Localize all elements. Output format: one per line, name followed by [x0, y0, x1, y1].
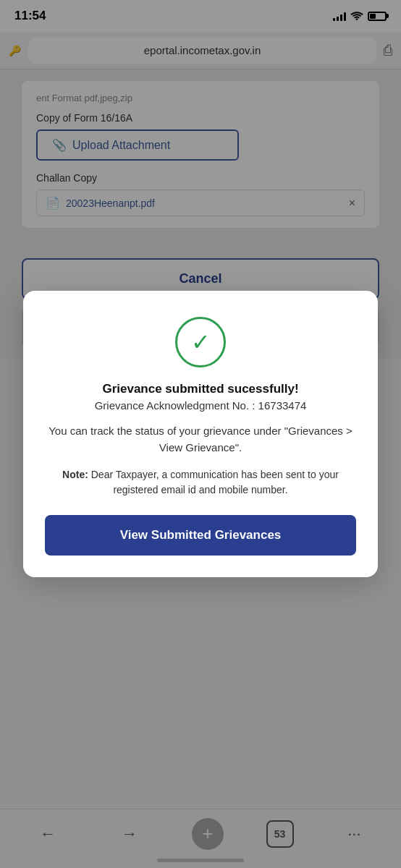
modal-track-text: You can track the status of your grievan… [45, 423, 356, 456]
checkmark-icon: ✓ [191, 331, 211, 354]
note-body: Dear Taxpayer, a communication has been … [91, 469, 339, 495]
note-prefix: Note: [62, 469, 88, 480]
success-modal: ✓ Grievance submitted sucessfully! Griev… [23, 291, 378, 577]
view-submitted-grievances-button[interactable]: View Submitted Grievances [45, 515, 356, 556]
modal-overlay: ✓ Grievance submitted sucessfully! Griev… [0, 0, 401, 868]
success-circle: ✓ [175, 317, 226, 367]
modal-title: Grievance submitted sucessfully! [45, 382, 356, 396]
modal-note-text: Note: Dear Taxpayer, a communication has… [45, 467, 356, 498]
modal-ack-number: Grievance Acknowledgment No. : 16733474 [45, 399, 356, 412]
